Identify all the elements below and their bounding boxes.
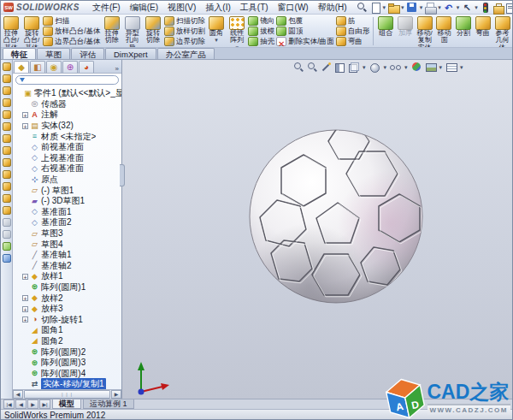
rib-icon[interactable] xyxy=(3,134,11,143)
loft-boss-button[interactable]: 放样凸台/基体 xyxy=(43,27,100,37)
apply-scene-dropdown[interactable]: ▾ xyxy=(439,64,443,71)
tree-item[interactable]: ⊹原点 xyxy=(15,175,121,186)
expander-icon[interactable]: + xyxy=(22,112,28,118)
tree-item[interactable]: ▰(-) 3D草图1 xyxy=(15,196,121,207)
select-dropdown[interactable]: ▾ xyxy=(475,4,478,11)
split-button[interactable]: 分割 xyxy=(455,15,473,47)
hide-show-items-dropdown[interactable]: ▾ xyxy=(404,64,408,71)
tree-filter-input[interactable] xyxy=(15,75,119,85)
nav-previous-button[interactable]: ◀ xyxy=(15,399,27,409)
tree-item[interactable]: ▱草图3 xyxy=(15,228,121,240)
tree-item[interactable]: +◆放样1 xyxy=(15,271,121,282)
menu-item[interactable]: 工具(T) xyxy=(236,1,273,15)
revolve-boss-button[interactable]: 旋转凸台/基体 xyxy=(22,15,41,47)
menu-item[interactable]: 插入(I) xyxy=(201,1,234,15)
tree-item[interactable]: ◢圆角1 xyxy=(15,325,121,336)
tab-模型[interactable]: 模型 xyxy=(52,399,81,409)
menu-item[interactable]: 视图(V) xyxy=(163,1,200,15)
tree-item[interactable]: ╱基准轴2 xyxy=(15,261,121,272)
undo-icon[interactable]: ↶ xyxy=(443,2,455,14)
apply-scene-icon[interactable] xyxy=(425,62,436,73)
fillet-dropdown[interactable]: ▾ xyxy=(215,37,218,44)
revolve-icon[interactable] xyxy=(3,74,11,83)
draft-button[interactable]: 拔模 xyxy=(248,27,274,37)
tree-item[interactable]: ◎传感器 xyxy=(15,99,121,110)
extrude-boss-button[interactable]: 拉伸凸台/基体 xyxy=(2,15,21,47)
move-face-button[interactable]: 移动面 xyxy=(435,15,453,47)
scroll-left-button[interactable]: ◀ xyxy=(13,390,23,399)
tree-item[interactable]: ╱基准轴1 xyxy=(15,250,121,261)
previous-view-icon[interactable] xyxy=(321,62,332,73)
loft-cut-button[interactable]: 放样切割 xyxy=(164,27,205,37)
mirror-button[interactable]: 镜向 xyxy=(248,16,274,27)
wrap-icon[interactable] xyxy=(3,170,11,179)
expander-icon[interactable]: + xyxy=(22,274,28,280)
tree-root-item[interactable]: ▣零件1 (默认<<默认>_显示状态 xyxy=(15,88,121,99)
linear-pattern-button[interactable]: 线性阵列▾ xyxy=(227,15,246,47)
hide-show-items-icon[interactable] xyxy=(390,62,401,73)
panel-tabs-overflow[interactable]: » xyxy=(115,65,121,73)
tree-item[interactable]: ◇上视基准面 xyxy=(15,153,121,164)
draft-icon[interactable] xyxy=(3,158,11,167)
save-dropdown[interactable]: ▾ xyxy=(420,4,423,11)
tree-item[interactable]: +◆放样2 xyxy=(15,293,121,304)
sweep-icon[interactable] xyxy=(3,86,11,95)
open-dropdown[interactable]: ▾ xyxy=(401,4,404,11)
tab-运动算例 1[interactable]: 运动算例 1 xyxy=(83,399,134,409)
boundary-boss-button[interactable]: 边界凸台/基体 xyxy=(43,37,100,47)
linear-pattern-icon[interactable] xyxy=(3,206,11,215)
extrude-cut-button[interactable]: 拉伸切除 xyxy=(103,15,121,47)
extrude-icon[interactable] xyxy=(3,62,11,71)
expander-icon[interactable]: + xyxy=(22,306,28,312)
circular-pattern-disabled-icon[interactable] xyxy=(3,218,11,227)
combine-button[interactable]: 组合 xyxy=(377,15,395,47)
tree-item[interactable]: ◇右视基准面 xyxy=(15,163,121,175)
tree-horizontal-scrollbar[interactable]: ◀ | | | ▶ xyxy=(13,389,121,399)
curve-disabled-icon[interactable] xyxy=(3,230,11,239)
configurationmanager-tab[interactable]: ◉ xyxy=(46,61,62,73)
zoom-area-icon[interactable] xyxy=(307,62,318,73)
tree-item[interactable]: ◇基准面2 xyxy=(15,217,121,228)
featuremanager-tree-tab[interactable]: ◆ xyxy=(14,61,29,73)
menu-item[interactable]: 帮助(H) xyxy=(314,1,351,15)
tab-草图[interactable]: 草图 xyxy=(37,48,70,59)
panel-splitter-handle[interactable] xyxy=(120,164,125,186)
menu-item[interactable]: 文件(F) xyxy=(88,1,125,15)
tree-item[interactable]: ▱草图4 xyxy=(15,239,121,250)
boundary-cut-button[interactable]: 边界切除 xyxy=(164,37,205,47)
expander-icon[interactable]: + xyxy=(22,295,28,301)
graphics-viewport[interactable]: ▾▾▾▾▾ xyxy=(122,60,512,399)
tree-item[interactable]: ⊛阵列(圆周)2 xyxy=(15,346,121,358)
tree-item[interactable]: ≡材质 <未指定> xyxy=(15,131,121,142)
save-icon[interactable] xyxy=(406,2,418,14)
propertymanager-tab[interactable]: ◧ xyxy=(30,61,45,73)
new-document-dropdown[interactable]: ▾ xyxy=(383,4,386,11)
display-style-icon[interactable] xyxy=(369,62,380,73)
open-icon[interactable] xyxy=(387,2,399,14)
dome-button[interactable]: 圆顶 xyxy=(276,27,333,37)
reference-geometry-button[interactable]: 参考几何体▾ xyxy=(493,15,511,47)
sweep-button[interactable]: 扫描 xyxy=(43,16,100,27)
tree-item[interactable]: ⊛阵列(圆周)3 xyxy=(15,358,121,369)
tree-item[interactable]: ▱(-) 草图1 xyxy=(15,185,121,196)
select-icon[interactable]: ↖ xyxy=(461,2,473,14)
tab-DimXpert[interactable]: DimXpert xyxy=(105,48,156,59)
tree-item[interactable]: ⊛阵列(圆周)1 xyxy=(15,282,121,293)
dimxpertmanager-tab[interactable]: ⊕ xyxy=(62,61,78,73)
tree-item[interactable]: +▤实体(32) xyxy=(15,121,121,132)
rebuild-icon[interactable] xyxy=(480,2,492,14)
move-copy-body-button[interactable]: 移动/复制实体 xyxy=(416,15,433,47)
expander-icon[interactable]: + xyxy=(22,316,28,322)
tree-item[interactable]: ◇前视基准面 xyxy=(15,142,121,153)
displaymanager-tab[interactable]: ◕ xyxy=(79,61,94,73)
print-dropdown[interactable]: ▾ xyxy=(438,4,441,11)
hole-wizard-button[interactable]: 异型孔向导 xyxy=(123,15,142,47)
soccer-ball-model[interactable] xyxy=(248,128,424,305)
view-orientation-dropdown[interactable]: ▾ xyxy=(363,64,366,71)
tree-item[interactable]: +A注解 xyxy=(15,109,121,121)
split-icon[interactable] xyxy=(3,242,11,251)
menu-item[interactable]: 窗口(W) xyxy=(274,1,313,15)
freeform-button[interactable]: 自由形 xyxy=(336,27,370,37)
flex-button[interactable]: 弯曲 xyxy=(336,37,370,47)
scrollbar-thumb[interactable]: | | | xyxy=(24,390,110,399)
